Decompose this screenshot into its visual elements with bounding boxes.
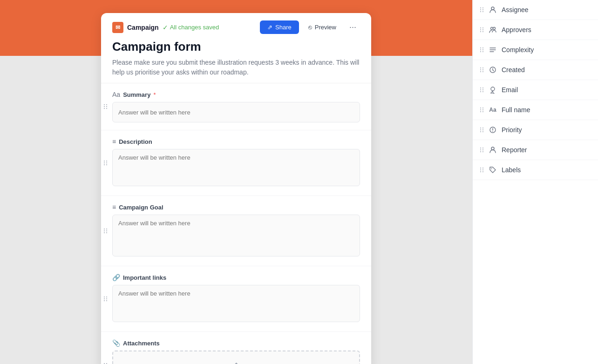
drag-handle-important-links[interactable] [104, 297, 108, 301]
drag-dot [106, 300, 107, 301]
sidebar-item-approvers[interactable]: Approvers [473, 20, 598, 40]
drag-dot [482, 88, 483, 88]
drag-dot [106, 104, 107, 105]
drag-dot [480, 29, 481, 30]
drag-dot [106, 108, 107, 109]
drag-dot [480, 89, 481, 90]
drag-dot [104, 230, 105, 231]
drag-dot [480, 148, 481, 148]
labels-icon [489, 166, 497, 174]
drag-dot [482, 7, 483, 8]
more-button[interactable]: ··· [346, 20, 360, 34]
drag-dot [480, 69, 481, 70]
drag-dot [104, 363, 105, 364]
saved-label: All changes saved [170, 24, 219, 31]
drag-handle-description[interactable] [104, 161, 108, 165]
drag-dot [482, 89, 483, 90]
drag-dot [482, 169, 483, 170]
drag-dot [482, 151, 483, 152]
summary-input[interactable] [112, 102, 360, 122]
drag-dot [106, 229, 107, 229]
sidebar-item-email[interactable]: Email [473, 80, 598, 100]
drag-dot [106, 298, 107, 299]
email-icon [489, 86, 497, 94]
sidebar-drag-full-name [480, 108, 484, 112]
drag-dot [480, 129, 481, 130]
summary-required: * [153, 91, 156, 98]
sidebar-item-created[interactable]: Created [473, 60, 598, 80]
assignee-icon [489, 6, 497, 14]
sidebar-item-assignee[interactable]: Assignee [473, 0, 598, 20]
drag-dot [104, 108, 105, 109]
complexity-icon [489, 46, 497, 54]
reporter-label: Reporter [502, 146, 527, 154]
drag-dot [104, 298, 105, 299]
drag-dot [482, 109, 483, 110]
drag-dot [482, 67, 483, 68]
sidebar-drag-assignee [480, 7, 484, 12]
drag-dot [480, 108, 481, 108]
drag-dot [106, 106, 107, 107]
drag-dot [106, 230, 107, 231]
complexity-label: Complexity [502, 46, 534, 54]
drag-dot [482, 69, 483, 70]
share-label: Share [275, 24, 292, 31]
drag-dot [482, 129, 483, 130]
important-links-input[interactable] [112, 285, 360, 322]
drag-dot [482, 71, 483, 72]
drag-dots [104, 297, 108, 301]
drag-dot [482, 11, 483, 12]
drag-dot [104, 229, 105, 229]
svg-point-8 [491, 147, 494, 150]
drag-dot [482, 51, 483, 52]
sidebar-item-priority[interactable]: Priority [473, 120, 598, 140]
sidebar-item-complexity[interactable]: Complexity [473, 40, 598, 60]
drag-dot [480, 7, 481, 8]
svg-point-2 [493, 27, 496, 30]
campaign-goal-input[interactable] [112, 215, 360, 256]
attachments-label: Attachments [123, 340, 160, 347]
drag-dot [480, 149, 481, 150]
drag-dot [480, 88, 481, 88]
form-body: Aa Summary * [101, 83, 371, 364]
sidebar-item-reporter[interactable]: Reporter [473, 140, 598, 160]
created-icon [489, 66, 497, 74]
share-button[interactable]: ⇗ Share [260, 20, 299, 34]
saved-status: ✓ All changes saved [163, 24, 219, 31]
form-branding: ✉ Campaign ✓ All changes saved [112, 22, 219, 33]
svg-point-9 [491, 169, 492, 169]
campaign-goal-label-row: ≡ Campaign Goal [112, 203, 360, 211]
field-section-description: ≡ Description [101, 130, 371, 196]
drag-dot [480, 151, 481, 152]
approvers-icon [489, 26, 497, 34]
form-title: Campaign form [112, 40, 360, 54]
sidebar-drag-approvers [480, 27, 484, 32]
drag-handle-campaign-goal[interactable] [104, 229, 108, 233]
description-input[interactable] [112, 149, 360, 186]
drag-handle-summary[interactable] [104, 104, 108, 109]
sidebar-item-full-name[interactable]: Aa Full name [473, 100, 598, 120]
form-container: ✉ Campaign ✓ All changes saved ⇗ Share ⎋… [101, 13, 371, 364]
svg-point-0 [491, 7, 494, 10]
drag-dot [104, 164, 105, 165]
drag-dots [104, 161, 108, 165]
drag-dot [480, 109, 481, 110]
drag-dot [480, 49, 481, 50]
drag-dot [480, 171, 481, 172]
drag-dots [104, 104, 108, 109]
sidebar-drag-priority [480, 128, 484, 132]
drag-dot [480, 51, 481, 52]
drag-dot [104, 162, 105, 163]
form-actions: ⇗ Share ⎋ Preview ··· [260, 20, 360, 34]
brand-name: Campaign [127, 24, 159, 31]
drag-dot [104, 106, 105, 107]
attachments-dropzone[interactable]: ⬆ Attachments will be uploaded here [112, 351, 360, 364]
preview-button[interactable]: ⎋ Preview [303, 20, 342, 34]
drag-dot [482, 149, 483, 150]
drag-dot [104, 300, 105, 301]
drag-dot [480, 47, 481, 48]
sidebar-item-labels[interactable]: Labels [473, 160, 598, 180]
drag-dot [106, 161, 107, 162]
drag-dot [480, 27, 481, 28]
priority-label: Priority [502, 126, 522, 134]
